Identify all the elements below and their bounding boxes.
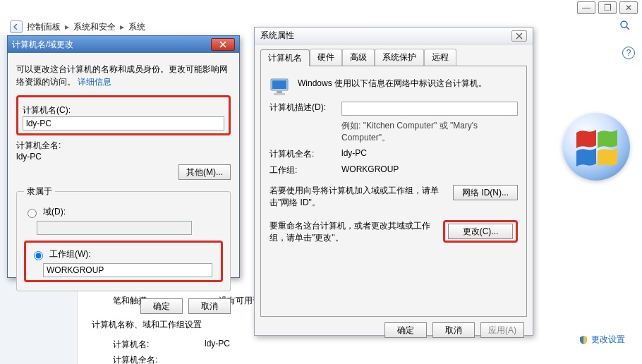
workgroup-radio-label: 工作组(W): <box>49 248 91 260</box>
domain-radio[interactable] <box>28 209 37 218</box>
intro-text: Windows 使用以下信息在网络中标识这台计算机。 <box>298 78 518 90</box>
dialog-title: 计算机名/域更改 <box>12 39 73 51</box>
highlight-computer-name: 计算机名(C): <box>16 95 231 135</box>
computer-fullname-label: 计算机全名: <box>113 354 205 364</box>
breadcrumb-item[interactable]: 控制面板 <box>27 21 61 33</box>
tab-computer-name[interactable]: 计算机名 <box>260 49 310 66</box>
close-button[interactable] <box>211 38 235 51</box>
network-id-text: 若要使用向导将计算机加入域或工作组，请单击"网络 ID"。 <box>269 185 446 209</box>
change-settings-label: 更改设置 <box>591 334 625 346</box>
workgroup-label: 工作组: <box>269 164 334 176</box>
close-icon <box>516 32 523 40</box>
window-min-button[interactable]: — <box>577 1 595 14</box>
workgroup-input[interactable] <box>43 263 212 277</box>
fullname-label: 计算机全名: <box>16 140 61 150</box>
computer-name-value: ldy-PC <box>205 339 230 351</box>
fullname-label: 计算机全名: <box>269 148 334 160</box>
tab-system-protection[interactable]: 系统保护 <box>375 49 424 66</box>
tab-advanced[interactable]: 高级 <box>342 49 375 66</box>
close-icon <box>219 41 226 48</box>
fieldset-legend: 隶属于 <box>24 186 55 198</box>
dialog-description: 可以更改这台计算机的名称和成员身份。更改可能影响网络资源的访问。 <box>16 64 228 87</box>
svg-line-1 <box>626 27 629 30</box>
ok-button[interactable]: 确定 <box>140 298 183 314</box>
description-input[interactable] <box>341 102 518 116</box>
svg-rect-3 <box>272 80 286 89</box>
ok-button[interactable]: 确定 <box>384 322 427 338</box>
network-id-button[interactable]: 网络 ID(N)... <box>453 185 518 200</box>
details-link[interactable]: 详细信息 <box>78 77 111 87</box>
change-button[interactable]: 更改(C)... <box>448 224 513 239</box>
nav-back-button[interactable] <box>10 20 23 33</box>
fullname-value: ldy-PC <box>341 148 518 158</box>
change-settings-link[interactable]: 更改设置 <box>579 334 625 346</box>
system-properties-dialog: 系统属性 计算机名 硬件 高级 系统保护 远程 Windows 使用以下信息在网… <box>254 27 533 336</box>
monitor-icon <box>269 78 291 97</box>
tab-remote[interactable]: 远程 <box>424 49 456 66</box>
tab-bar: 计算机名 硬件 高级 系统保护 远程 <box>260 49 527 66</box>
description-label: 计算机描述(D): <box>269 102 334 114</box>
workgroup-value: WORKGROUP <box>341 164 518 174</box>
chevron-left-icon <box>13 24 19 30</box>
help-icon[interactable]: ? <box>622 47 635 59</box>
windows-logo-icon <box>562 113 630 181</box>
svg-point-0 <box>621 21 627 28</box>
svg-rect-5 <box>274 93 285 95</box>
breadcrumb-item[interactable]: 系统 <box>128 21 145 33</box>
cancel-button[interactable]: 取消 <box>188 298 231 314</box>
rename-domain-dialog: 计算机名/域更改 可以更改这台计算机的名称和成员身份。更改可能影响网络资源的访问… <box>7 35 240 278</box>
highlight-workgroup: 工作组(W): <box>24 241 223 282</box>
member-of-fieldset: 隶属于 域(D): 工作组(W): <box>16 186 231 291</box>
other-button[interactable]: 其他(M)... <box>178 164 231 180</box>
domain-input <box>37 221 192 235</box>
workgroup-radio[interactable] <box>34 251 43 260</box>
dialog-title: 系统属性 <box>260 30 294 42</box>
fullname-value: ldy-PC <box>16 152 42 162</box>
tab-hardware[interactable]: 硬件 <box>310 49 342 66</box>
dialog-close-button[interactable] <box>511 30 527 42</box>
breadcrumb-item[interactable]: 系统和安全 <box>73 21 116 33</box>
apply-button[interactable]: 应用(A) <box>480 322 524 338</box>
window-close-button[interactable]: ✕ <box>619 1 638 14</box>
description-hint: 例如: "Kitchen Computer" 或 "Mary's Compute… <box>341 120 518 144</box>
cancel-button[interactable]: 取消 <box>432 322 475 338</box>
search-icon[interactable] <box>619 20 632 32</box>
window-max-button[interactable]: ❐ <box>598 1 617 14</box>
svg-rect-4 <box>277 91 282 93</box>
shield-icon <box>579 335 588 345</box>
domain-radio-label: 域(D): <box>43 206 66 218</box>
computer-name-input[interactable] <box>23 116 224 131</box>
change-text: 要重命名这台计算机，或者更改其域或工作组，请单击"更改"。 <box>269 220 436 244</box>
computer-name-label: 计算机名: <box>113 339 205 351</box>
highlight-change-button: 更改(C)... <box>443 220 518 243</box>
computer-name-field-label: 计算机名(C): <box>23 104 224 116</box>
